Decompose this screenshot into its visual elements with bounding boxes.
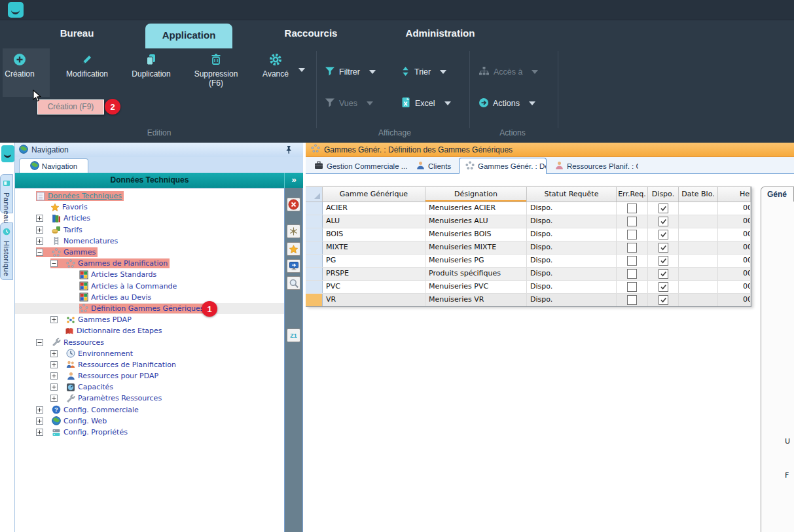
trier-button[interactable]: Trier <box>401 64 463 80</box>
checkbox-unchecked[interactable] <box>627 217 637 226</box>
checkbox-checked[interactable] <box>659 295 668 305</box>
tree-item[interactable]: Favoris <box>15 202 284 213</box>
checkbox-unchecked[interactable] <box>627 269 637 279</box>
expand-toggle-plus[interactable] <box>50 350 58 357</box>
expand-toggle-plus[interactable] <box>50 383 58 391</box>
expand-toggle-minus[interactable] <box>36 339 43 346</box>
menu-tab-bureau[interactable]: Bureau <box>39 20 115 48</box>
tree-item[interactable]: Articles au Devis <box>15 292 284 303</box>
actions-button[interactable]: Actions <box>478 96 547 111</box>
checkbox-unchecked[interactable] <box>627 282 637 292</box>
column-header-2[interactable]: Désignation <box>425 187 527 202</box>
checkbox-checked[interactable] <box>659 282 668 292</box>
table-row[interactable]: PVCMenuiseries PVCDispo.00 <box>306 281 751 294</box>
column-header-7[interactable]: Heu <box>718 187 751 202</box>
panel-logo-icon[interactable] <box>1 145 14 162</box>
favorites-button[interactable] <box>287 242 300 256</box>
modification-button[interactable]: Modification <box>61 51 113 79</box>
vues-button[interactable]: Vues <box>325 96 393 111</box>
expand-toggle-plus[interactable] <box>50 316 58 323</box>
column-header-4[interactable]: Err.Req. <box>617 187 648 202</box>
tree-item[interactable]: Paramètres Ressources <box>15 393 284 404</box>
table-row[interactable]: VRMenuiseries VRDispo.00 <box>306 294 751 307</box>
tab-navigation[interactable]: Navigation <box>19 158 88 173</box>
doc-tab-3[interactable]: Gammes Génér. : Défi... <box>459 158 547 174</box>
tree-item[interactable]: Nomenclatures <box>15 236 284 247</box>
tree-item[interactable]: Ressources pour PDAP <box>15 370 284 381</box>
tree-item[interactable]: Gammes PDAP <box>15 314 284 325</box>
expand-toggle-plus[interactable] <box>50 395 58 402</box>
checkbox-unchecked[interactable] <box>627 204 637 213</box>
doc-tab-1[interactable]: Gestion Commerciale ... <box>308 158 408 173</box>
expand-toggle-plus[interactable] <box>50 372 58 380</box>
expand-toggle-minus[interactable] <box>50 260 58 267</box>
tree-item[interactable]: Environnement <box>15 348 284 359</box>
tree-item[interactable]: Config. Web <box>15 416 284 427</box>
trier-caret-icon[interactable] <box>440 70 446 74</box>
tree-item[interactable]: Données Techniques <box>15 190 284 202</box>
suppression-button[interactable]: Suppression (F6) <box>187 51 245 88</box>
tree-item[interactable]: Config. Propriétés <box>15 427 284 438</box>
table-row[interactable]: ALUMenuiseries ALUDispo.00 <box>306 215 751 228</box>
expand-toggle-plus[interactable] <box>36 406 43 414</box>
expand-toggle-plus[interactable] <box>50 361 58 368</box>
checkbox-unchecked[interactable] <box>627 256 637 266</box>
checkbox-checked[interactable] <box>659 256 668 266</box>
avance-caret-icon[interactable] <box>298 68 305 72</box>
column-header-5[interactable]: Dispo. <box>648 187 679 202</box>
tree-item[interactable]: Ressources <box>15 336 284 347</box>
checkbox-checked[interactable] <box>659 269 668 279</box>
row-selector[interactable] <box>306 255 323 267</box>
excel-caret-icon[interactable] <box>444 101 451 105</box>
tree-item[interactable]: Gammes de Planification <box>15 258 284 269</box>
snowflake-button[interactable] <box>287 224 300 238</box>
tree-item[interactable]: Articles Standards <box>15 269 284 280</box>
table-row[interactable]: ACIERMenuiseries ACIERDispo.00 <box>306 202 751 215</box>
tree-item[interactable]: ?Config. Commerciale <box>15 404 284 416</box>
tree-item[interactable]: Capacités <box>15 381 284 393</box>
table-row[interactable]: BOISMenuiseries BOISDispo.00 <box>306 228 751 241</box>
tree-item[interactable]: Ressources de Planification <box>15 359 284 370</box>
checkbox-checked[interactable] <box>659 204 668 213</box>
creation-button[interactable]: Création <box>0 51 39 79</box>
expand-toggle-minus[interactable] <box>36 249 43 256</box>
duplication-button[interactable]: Duplication <box>124 51 179 79</box>
select-all-corner[interactable] <box>306 187 323 202</box>
expand-toggle-plus[interactable] <box>36 429 43 436</box>
monitor-button[interactable] <box>287 259 300 273</box>
tab-general[interactable]: Géné <box>761 186 794 202</box>
expand-toggle-plus[interactable] <box>36 215 43 222</box>
doc-tab-2[interactable]: Clients <box>410 158 456 173</box>
checkbox-unchecked[interactable] <box>627 230 637 239</box>
tree-item[interactable]: Articles à la Commande <box>15 281 284 292</box>
menu-tab-raccourcis[interactable]: Raccourcis <box>262 20 360 48</box>
app-logo-icon[interactable] <box>8 2 24 18</box>
column-header-3[interactable]: Statut Requête <box>527 187 617 202</box>
checkbox-checked[interactable] <box>659 243 668 253</box>
filtrer-caret-icon[interactable] <box>369 70 376 74</box>
row-selector[interactable] <box>306 228 323 241</box>
expand-toggle-plus[interactable] <box>36 226 43 234</box>
search-button[interactable] <box>287 276 300 290</box>
column-header-1[interactable]: Gamme Générique <box>323 187 425 202</box>
side-tab-panneaux[interactable]: Panneaux <box>0 174 13 213</box>
pin-icon[interactable] <box>285 145 293 156</box>
checkbox-checked[interactable] <box>659 217 668 226</box>
zoom-z1-button[interactable]: Z1 <box>287 328 300 342</box>
expand-toggle-plus[interactable] <box>36 417 43 425</box>
expand-toggle-plus[interactable] <box>36 238 43 245</box>
row-selector[interactable] <box>306 241 323 254</box>
tree-item[interactable]: Dictionnaire des Etapes <box>15 325 284 336</box>
filtrer-button[interactable]: Filtrer <box>325 64 393 80</box>
menu-tab-application[interactable]: Application <box>145 24 232 48</box>
tree-item[interactable]: Gammes <box>15 247 284 258</box>
doc-tab-4[interactable]: Ressources Planif. : Ge... <box>549 158 638 173</box>
table-row[interactable]: MIXTEMenuiseries MIXTEDispo.00 <box>306 241 751 255</box>
checkbox-checked[interactable] <box>659 230 668 239</box>
row-selector[interactable] <box>306 202 323 215</box>
actions-caret-icon[interactable] <box>529 101 535 105</box>
row-selector[interactable] <box>306 268 323 280</box>
close-red-button[interactable] <box>287 198 300 211</box>
column-header-6[interactable]: Date Blo. <box>679 187 718 202</box>
table-row[interactable]: PRSPEProduits spécifiquesDispo.00 <box>306 268 751 281</box>
